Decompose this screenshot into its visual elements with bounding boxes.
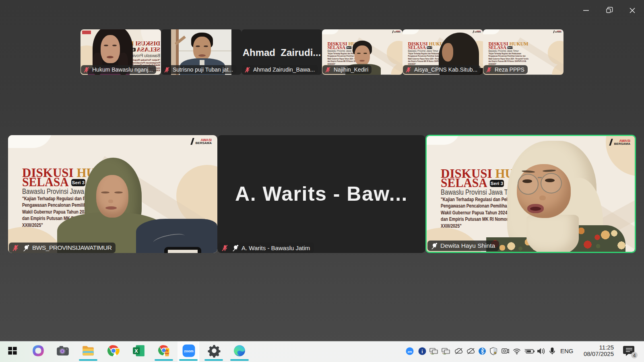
svg-text:zoom: zoom xyxy=(184,349,193,353)
svg-text:4: 4 xyxy=(633,353,636,358)
svg-text:X: X xyxy=(134,348,138,354)
svg-text:zm: zm xyxy=(407,350,412,354)
svg-text:!: ! xyxy=(495,352,495,354)
